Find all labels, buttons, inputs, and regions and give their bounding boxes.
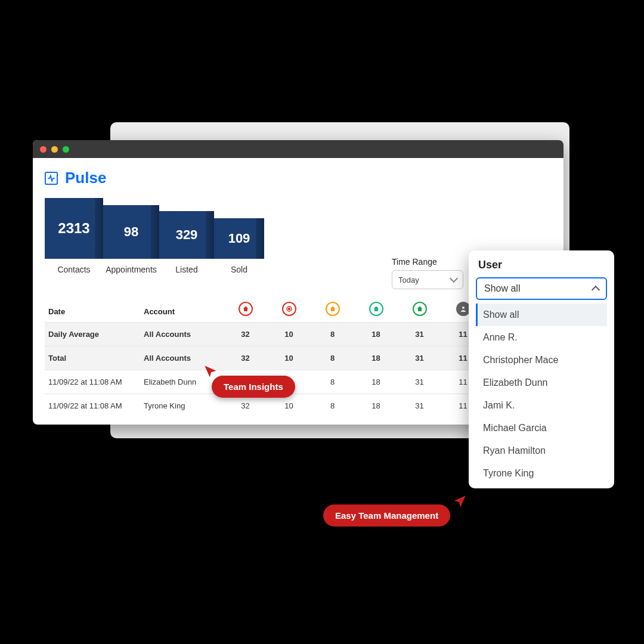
chevron-down-icon (450, 274, 458, 283)
user-option[interactable]: Tyrone King (476, 462, 607, 485)
cell-value: 18 (354, 346, 398, 370)
cell-account: Tyrone King (140, 394, 224, 418)
cell-value: 8 (311, 346, 354, 370)
svg-point-1 (288, 308, 290, 310)
cell-value: 8 (311, 323, 354, 346)
cell-value: 8 (311, 370, 354, 394)
house-orange-icon (326, 302, 340, 316)
col-status-teal (354, 290, 398, 323)
funnel-value: 2313 (45, 198, 103, 259)
funnel-segment[interactable]: 329Listed (159, 211, 214, 274)
user-filter-select[interactable]: Show all (476, 277, 607, 300)
window-minimize-icon[interactable] (51, 146, 58, 153)
user-filter-popover: User Show all Show allAnne R.Christopher… (469, 250, 614, 488)
callout-team-insights: Team Insights (212, 376, 295, 398)
user-option[interactable]: Ryan Hamilton (476, 439, 607, 462)
user-option[interactable]: Show all (476, 304, 607, 326)
user-option[interactable]: Michael Garcia (476, 417, 607, 439)
window-titlebar (33, 140, 564, 158)
time-range-select[interactable]: Today (392, 270, 463, 289)
cell-value: 8 (311, 394, 354, 418)
col-status-red2 (267, 290, 311, 323)
window-close-icon[interactable] (40, 146, 47, 153)
funnel-label: Sold (214, 265, 264, 274)
funnel-label: Contacts (45, 265, 103, 274)
user-option[interactable]: Anne R. (476, 326, 607, 349)
person-gray-icon (456, 302, 470, 316)
callout-team-management: Easy Team Management (323, 504, 450, 527)
cell-value: 31 (398, 394, 441, 418)
funnel-value: 109 (214, 218, 264, 259)
cell-value: 32 (224, 346, 267, 370)
window-maximize-icon[interactable] (63, 146, 69, 153)
cell-value: 18 (354, 323, 398, 346)
cell-value: 18 (354, 394, 398, 418)
pulse-logo-icon (45, 172, 58, 185)
cell-value: 18 (354, 370, 398, 394)
cell-value: 31 (398, 323, 441, 346)
house-red-icon (239, 302, 253, 316)
user-filter-value: Show all (484, 283, 520, 294)
target-red-icon (282, 302, 296, 316)
time-range-value: Today (398, 275, 419, 284)
time-range-control: Time Range Today (392, 257, 463, 289)
funnel-segment[interactable]: 109Sold (214, 218, 264, 274)
funnel-label: Appointments (103, 265, 159, 274)
col-status-red (224, 290, 267, 323)
user-filter-options: Show allAnne R.Christopher MaceElizabeth… (476, 304, 607, 485)
cell-value: 10 (267, 346, 311, 370)
col-status-green (398, 290, 441, 323)
svg-point-2 (462, 306, 465, 309)
cell-value: 32 (224, 323, 267, 346)
funnel-segment[interactable]: 98Appointments (103, 205, 159, 274)
house-teal-icon (369, 302, 383, 316)
col-account[interactable]: Account (140, 290, 224, 323)
user-option[interactable]: Christopher Mace (476, 349, 607, 371)
user-filter-label: User (476, 259, 607, 271)
chevron-up-icon (592, 286, 600, 294)
brand-name: Pulse (65, 169, 106, 187)
col-status-orange (311, 290, 354, 323)
cell-date: Total (45, 346, 140, 370)
time-range-label: Time Range (392, 257, 463, 267)
user-option[interactable]: Elizabeth Dunn (476, 371, 607, 394)
cell-account: All Accounts (140, 323, 224, 346)
user-option[interactable]: Jami K. (476, 394, 607, 417)
cell-value: 31 (398, 370, 441, 394)
col-date[interactable]: Date (45, 290, 140, 323)
funnel-label: Listed (159, 265, 214, 274)
brand-header: Pulse (45, 169, 552, 187)
cell-date: 11/09/22 at 11:08 AM (45, 370, 140, 394)
funnel-value: 98 (103, 205, 159, 259)
cell-date: Daily Average (45, 323, 140, 346)
cell-value: 10 (267, 323, 311, 346)
funnel-value: 329 (159, 211, 214, 259)
cell-date: 11/09/22 at 11:08 AM (45, 394, 140, 418)
cell-value: 31 (398, 346, 441, 370)
funnel-segment[interactable]: 2313Contacts (45, 198, 103, 274)
house-green-icon (413, 302, 427, 316)
